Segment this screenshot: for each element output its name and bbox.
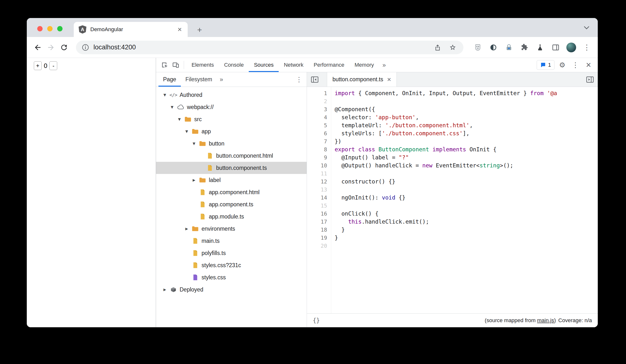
code-line[interactable]: import { Component, OnInit, Input, Outpu… xyxy=(335,89,598,97)
beaker-extension-button[interactable] xyxy=(535,42,546,53)
line-number[interactable]: 16 xyxy=(307,210,327,218)
increment-button[interactable]: + xyxy=(34,61,42,70)
tree-item-label[interactable]: ▸label xyxy=(156,174,307,186)
tree-item-environments[interactable]: ▸environments xyxy=(156,223,307,235)
tab-network[interactable]: Network xyxy=(279,58,309,72)
zoom-window-button[interactable] xyxy=(57,26,63,31)
tab-console[interactable]: Console xyxy=(219,58,249,72)
tab-overview-chevron-icon[interactable] xyxy=(584,26,589,30)
code-line[interactable] xyxy=(335,97,598,105)
code-line[interactable] xyxy=(335,170,598,178)
line-number[interactable]: 10 xyxy=(307,162,327,170)
lock-extension-button[interactable] xyxy=(503,42,514,53)
code-line[interactable]: } xyxy=(335,226,598,234)
tree-item-app[interactable]: ▾app xyxy=(156,125,307,138)
forward-button[interactable] xyxy=(45,42,56,53)
code-line[interactable]: } xyxy=(335,234,598,242)
tab-close-icon[interactable]: × xyxy=(176,26,183,33)
tree-item-button[interactable]: ▾button xyxy=(156,138,307,150)
line-number[interactable]: 15 xyxy=(307,202,327,210)
code-line[interactable] xyxy=(335,202,598,210)
line-number[interactable]: 13 xyxy=(307,186,327,194)
line-number[interactable]: 18 xyxy=(307,226,327,234)
extensions-button[interactable] xyxy=(519,42,530,53)
line-number[interactable]: 1 xyxy=(307,89,327,97)
tree-item-main-ts[interactable]: main.ts xyxy=(156,235,307,247)
close-window-button[interactable] xyxy=(37,26,42,31)
tree-item-button-component-html[interactable]: button.component.html xyxy=(156,150,307,162)
devtools-menu-button[interactable]: ⋮ xyxy=(570,60,581,70)
code-line[interactable]: constructor() {} xyxy=(335,178,598,186)
tree-item-styles-css-231c[interactable]: styles.css?231c xyxy=(156,259,307,271)
tree-item-authored[interactable]: ▾</>Authored xyxy=(156,89,307,101)
tree-item-styles-css[interactable]: styles.css xyxy=(156,271,307,284)
expand-arrow-icon[interactable]: ▾ xyxy=(168,104,176,110)
tab-memory[interactable]: Memory xyxy=(350,58,379,72)
editor-tab-close-icon[interactable]: × xyxy=(387,76,391,83)
tree-item-webpack[interactable]: ▾webpack:// xyxy=(156,101,307,113)
line-number[interactable]: 6 xyxy=(307,129,327,138)
pretty-print-button[interactable]: {} xyxy=(313,317,320,324)
navigator-more-tabs-icon[interactable]: » xyxy=(217,72,226,87)
browser-tab[interactable]: A DemoAngular × xyxy=(74,22,188,37)
tree-item-src[interactable]: ▾src xyxy=(156,113,307,125)
code-line[interactable]: @Component({ xyxy=(335,105,598,113)
tab-performance[interactable]: Performance xyxy=(309,58,350,72)
code-line[interactable]: @Output() handleClick = new EventEmitter… xyxy=(335,162,598,170)
line-number[interactable]: 2 xyxy=(307,97,327,105)
navigator-menu-icon[interactable]: ⋮ xyxy=(296,76,302,83)
back-button[interactable] xyxy=(32,42,43,53)
expand-arrow-icon[interactable]: ▾ xyxy=(182,128,191,135)
profile-button[interactable] xyxy=(566,42,577,53)
line-number[interactable]: 11 xyxy=(307,170,327,178)
minimize-window-button[interactable] xyxy=(47,26,53,31)
line-number[interactable]: 20 xyxy=(307,242,327,250)
tree-item-app-component-ts[interactable]: app.component.ts xyxy=(156,198,307,211)
reload-button[interactable] xyxy=(58,42,70,53)
code-line[interactable] xyxy=(335,242,598,250)
device-toolbar-button[interactable] xyxy=(170,59,181,71)
darkreader-extension-button[interactable] xyxy=(488,42,499,53)
share-button[interactable] xyxy=(433,42,442,52)
code-line[interactable]: export class ButtonComponent implements … xyxy=(335,146,598,153)
code-line[interactable]: onClick() { xyxy=(335,210,598,218)
line-number[interactable]: 5 xyxy=(307,121,327,129)
collapse-arrow-icon[interactable]: ▸ xyxy=(190,177,198,183)
main-js-link[interactable]: main.js xyxy=(537,317,554,323)
line-number[interactable]: 7 xyxy=(307,138,327,146)
address-bar[interactable]: localhost:4200 xyxy=(76,41,464,54)
code-line[interactable]: @Input() label = "?" xyxy=(335,153,598,162)
line-number[interactable]: 12 xyxy=(307,178,327,186)
decrement-button[interactable]: - xyxy=(49,61,57,70)
bookmark-button[interactable] xyxy=(448,42,458,52)
expand-arrow-icon[interactable]: ▾ xyxy=(160,92,169,98)
code-line[interactable]: this.handleClick.emit(); xyxy=(335,218,598,226)
mask-extension-button[interactable] xyxy=(472,42,483,53)
collapse-arrow-icon[interactable]: ▸ xyxy=(182,225,191,232)
tab-filesystem[interactable]: Filesystem xyxy=(181,72,217,87)
devtools-close-button[interactable]: × xyxy=(583,60,594,70)
site-info-icon[interactable] xyxy=(82,44,89,51)
browser-menu-button[interactable]: ⋮ xyxy=(581,42,592,53)
collapse-arrow-icon[interactable]: ▸ xyxy=(160,286,169,293)
line-number[interactable]: 9 xyxy=(307,153,327,162)
code-line[interactable]: }) xyxy=(335,138,598,146)
code-line[interactable] xyxy=(335,186,598,194)
tree-item-deployed[interactable]: ▸Deployed xyxy=(156,284,307,296)
side-panel-button[interactable] xyxy=(550,42,561,53)
line-number[interactable]: 19 xyxy=(307,234,327,242)
new-tab-button[interactable]: + xyxy=(194,24,205,35)
tab-page[interactable]: Page xyxy=(158,72,181,87)
line-number[interactable]: 8 xyxy=(307,146,327,153)
line-number[interactable]: 3 xyxy=(307,105,327,113)
tab-sources[interactable]: Sources xyxy=(249,58,279,72)
code-line[interactable]: styleUrls: ['./button.component.css'], xyxy=(335,129,598,138)
issues-button[interactable]: 1 xyxy=(537,60,554,70)
tree-item-polyfills-ts[interactable]: polyfills.ts xyxy=(156,247,307,259)
expand-arrow-icon[interactable]: ▾ xyxy=(175,116,184,122)
line-number[interactable]: 14 xyxy=(307,194,327,202)
code-editor[interactable]: 1234567891011121314151617181920 import {… xyxy=(307,87,598,313)
code-line[interactable]: ngOnInit(): void {} xyxy=(335,194,598,202)
tree-item-button-component-ts[interactable]: button.component.ts xyxy=(156,162,307,174)
code-line[interactable]: templateUrl: './button.component.html', xyxy=(335,121,598,129)
